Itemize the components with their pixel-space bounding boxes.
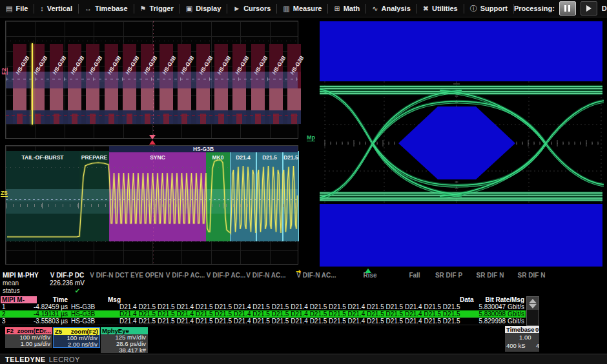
burst-bar-highlight bbox=[178, 88, 191, 110]
menu-item-math[interactable]: ⊞Math bbox=[328, 0, 365, 17]
mp-channel-label[interactable]: Mp bbox=[307, 134, 315, 141]
burst-bar-highlight bbox=[251, 88, 265, 110]
measure-column-header[interactable]: SR DIF N bbox=[477, 272, 504, 279]
descriptor-id: Z5 bbox=[55, 328, 62, 335]
burst-bar-highlight bbox=[269, 88, 283, 110]
pause-button[interactable] bbox=[559, 1, 576, 15]
measure-scroll-arrow-icon[interactable]: ➔ bbox=[296, 268, 301, 275]
burst-bar-foot bbox=[196, 110, 210, 124]
menu-item-label: Vertical bbox=[47, 5, 72, 12]
default-label: Default: bbox=[602, 5, 607, 12]
z5-channel-label[interactable]: Z5 bbox=[1, 190, 8, 197]
menu-item-label: File bbox=[15, 5, 28, 12]
row-data: D21.4 D21.5 D21.5 D21.4 D21.5 D21.5 D21.… bbox=[119, 303, 460, 310]
menu-item-analysis[interactable]: ∿Analysis bbox=[366, 0, 416, 17]
burst-bar-highlight bbox=[123, 88, 136, 110]
burst-bar-foot bbox=[13, 110, 26, 124]
menu-items: ▤File↕Vertical↔Timebase⚑Trigger▣Display►… bbox=[0, 0, 514, 17]
burst-bar-highlight bbox=[31, 88, 45, 110]
utilities-icon: ✖ bbox=[423, 5, 429, 12]
menu-item-support[interactable]: ⓘSupport bbox=[464, 0, 513, 17]
burst-bar-foot bbox=[178, 110, 191, 124]
center-level-ticks bbox=[6, 77, 298, 81]
trigger-marker-up-icon[interactable] bbox=[149, 140, 156, 145]
baseline-dashed-line bbox=[6, 116, 298, 116]
row-data: D21.4 D21.5 D21.5 D21.4 D21.5 D21.5 D21.… bbox=[119, 318, 460, 325]
measure-summary: MIPI M-PHY mean status V DIF-P DC226.236… bbox=[0, 269, 607, 296]
eye-diagram bbox=[312, 21, 604, 267]
measure-column-header[interactable]: T EYE OPEN bbox=[125, 272, 163, 279]
f2-channel-label[interactable]: F2 bbox=[1, 68, 8, 75]
menu-item-label: Support bbox=[480, 5, 508, 12]
row-index: 3 bbox=[2, 318, 17, 325]
measure-column-header[interactable]: SR DIF P bbox=[435, 272, 462, 279]
table-scrollbar[interactable] bbox=[526, 296, 539, 326]
burst-bar-highlight bbox=[105, 88, 118, 110]
burst-bar-foot bbox=[50, 110, 63, 124]
menu-item-utilities[interactable]: ✖Utilities bbox=[417, 0, 464, 17]
menu-item-measure[interactable]: ▥Measure bbox=[277, 0, 327, 17]
measure-column-header[interactable]: V DIF-P AC... bbox=[207, 272, 246, 279]
measure-row-label-status: status bbox=[3, 287, 20, 294]
scroll-up-icon[interactable] bbox=[529, 299, 537, 303]
play-button[interactable] bbox=[581, 1, 597, 15]
menu-item-label: Math bbox=[344, 5, 360, 12]
measure-column-header[interactable]: V DIF-N AC... bbox=[296, 272, 336, 279]
processing-label: Processing: bbox=[514, 5, 555, 12]
row-index: 2 bbox=[2, 310, 17, 318]
row-bitrate: 5.830098 Gbit/s bbox=[476, 310, 524, 318]
burst-bar-foot bbox=[123, 110, 136, 124]
descriptor-mphyeye[interactable]: MphyEye125 mV/div28.6 ps/div38.417 k# bbox=[101, 327, 148, 353]
descriptor-line: 1.00 µs/div bbox=[5, 341, 52, 347]
menu-item-cursors[interactable]: ►Cursors bbox=[227, 0, 276, 17]
menu-bar: ▤File↕Vertical↔Timebase⚑Trigger▣Display►… bbox=[0, 0, 607, 17]
measure-column-header[interactable]: V DIF-N AC... bbox=[246, 272, 285, 279]
table-header-msg[interactable]: Msg bbox=[108, 296, 121, 303]
burst-bar-highlight bbox=[159, 88, 173, 110]
row-time: -4.82459 µs bbox=[19, 303, 68, 310]
cursors-icon: ► bbox=[233, 5, 240, 12]
scroll-down-icon[interactable] bbox=[529, 304, 537, 308]
table-row[interactable]: 3-3.55803 µsHS-G3BD21.4 D21.5 D21.5 D21.… bbox=[0, 318, 526, 325]
burst-bar-highlight bbox=[287, 88, 301, 110]
brand-lecroy: LECROY bbox=[49, 356, 80, 363]
table-header-time[interactable]: Time bbox=[19, 296, 68, 303]
burst-bar-highlight bbox=[68, 88, 81, 110]
support-icon: ⓘ bbox=[470, 5, 477, 12]
measure-column-header[interactable]: V DIF-P AC... bbox=[166, 272, 205, 279]
timebase-descriptor[interactable]: Timebase 0 1.00 400 kS 4 bbox=[505, 326, 539, 352]
zoom-waveform bbox=[6, 146, 298, 264]
descriptor-f2[interactable]: F2zoom(EDr...100 mV/div1.00 µs/div bbox=[5, 327, 52, 348]
trigger-marker-down-icon[interactable] bbox=[149, 135, 156, 139]
descriptor-z5[interactable]: Z5zoom(F2)100 mV/div2.00 ns/div bbox=[53, 327, 100, 348]
burst-bar-foot bbox=[251, 110, 265, 124]
row-time: -3.55803 µs bbox=[19, 318, 68, 325]
burst-bar-foot bbox=[287, 110, 301, 124]
descriptor-line: 38.417 k# bbox=[101, 347, 148, 354]
measure-column-header[interactable]: V DIF-N DC bbox=[90, 272, 124, 279]
burst-bar-highlight bbox=[196, 88, 210, 110]
menu-item-label: Analysis bbox=[382, 5, 411, 12]
zoom-cursor-line[interactable] bbox=[32, 43, 33, 125]
measure-column-header[interactable]: Fall bbox=[409, 272, 420, 279]
table-header-rate[interactable]: Bit Rate/Msg bbox=[476, 296, 524, 303]
table-header-data[interactable]: Data bbox=[460, 296, 474, 303]
menu-item-vertical[interactable]: ↕Vertical bbox=[34, 0, 78, 17]
eye-trigger-marker-icon[interactable] bbox=[365, 268, 371, 273]
measure-column-header[interactable]: SR DIF N bbox=[518, 272, 546, 279]
burst-bar-highlight bbox=[214, 88, 228, 110]
measure-column-header[interactable]: V DIF-P DC bbox=[50, 272, 85, 279]
row-index: 1 bbox=[2, 303, 17, 310]
timebase-header: Timebase 0 bbox=[505, 326, 539, 333]
measure-icon: ▥ bbox=[283, 5, 289, 12]
scrollbar-buttons[interactable] bbox=[527, 297, 539, 310]
row-bitrate: 5.830047 Gbit/s bbox=[476, 303, 524, 310]
menu-item-display[interactable]: ▣Display bbox=[180, 0, 227, 17]
menu-item-timebase[interactable]: ↔Timebase bbox=[79, 0, 134, 17]
burst-bar-foot bbox=[159, 110, 173, 124]
play-icon bbox=[586, 5, 592, 12]
row-msg: HS-G3B bbox=[71, 310, 107, 318]
menu-item-trigger[interactable]: ⚑Trigger bbox=[134, 0, 180, 17]
menu-item-file[interactable]: ▤File bbox=[0, 0, 34, 17]
menu-item-label: Display bbox=[196, 5, 221, 12]
